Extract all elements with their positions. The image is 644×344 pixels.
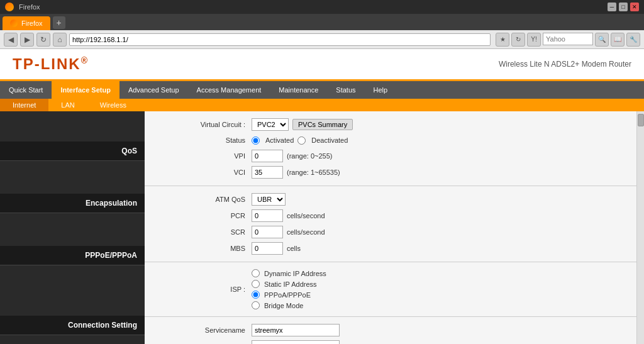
isp-label: ISP : [157, 286, 245, 293]
sidebar-section-pppoe: PPPoE/PPPoA [0, 246, 145, 265]
star-icon[interactable]: ★ [496, 33, 509, 47]
search-go-icon[interactable]: 🔍 [595, 33, 609, 47]
isp-static-radio[interactable] [252, 280, 260, 288]
pcr-input[interactable] [252, 209, 283, 222]
window-controls: ─ □ ✕ [608, 3, 639, 11]
scr-unit: cells/second [287, 228, 325, 236]
forward-button[interactable]: ▶ [20, 33, 34, 47]
main-content: Virtual Circuit : PVC2 PVC0 PVC1 PVC3 PV… [145, 111, 636, 344]
pcr-value: cells/second [252, 209, 624, 222]
tab-label: Firefox [21, 19, 43, 27]
browser-chrome: Firefox ─ □ ✕ Firefox + ◀ ▶ ↻ ⌂ ★ ↻ Y! 🔍… [0, 0, 644, 49]
browser-tab[interactable]: Firefox [3, 16, 50, 30]
nav-bar: ◀ ▶ ↻ ⌂ ★ ↻ Y! 🔍 📖 🔧 [0, 30, 644, 49]
refresh-icon[interactable]: ↻ [511, 33, 525, 47]
home-button[interactable]: ⌂ [53, 33, 67, 47]
nav-help[interactable]: Help [365, 81, 397, 99]
username-input[interactable] [252, 340, 340, 344]
content-area: QoS Encapsulation PPPoE/PPPoA Connection… [0, 111, 644, 344]
virtual-circuit-section: Virtual Circuit : PVC2 PVC0 PVC1 PVC3 PV… [145, 111, 636, 186]
vci-row: VCI (range: 1~65535) [145, 164, 636, 180]
nav-interface-setup[interactable]: Interface Setup [52, 81, 119, 99]
maximize-button[interactable]: □ [619, 3, 628, 11]
bookmark-icon[interactable]: 📖 [611, 33, 625, 47]
isp-row: ISP : Dynamic IP Address Static IP Addre… [145, 267, 636, 311]
servicename-input[interactable] [252, 324, 340, 336]
firefox-icon [5, 3, 14, 11]
tools-icon[interactable]: 🔧 [626, 33, 640, 47]
sidebar: QoS Encapsulation PPPoE/PPPoA Connection… [0, 111, 145, 344]
username-row: Username [145, 338, 636, 344]
reload-button[interactable]: ↻ [36, 33, 50, 47]
mbs-label: MBS [157, 245, 245, 252]
router-header: TP-LINK® Wireless Lite N ADSL2+ Modem Ro… [0, 49, 644, 81]
router-page: TP-LINK® Wireless Lite N ADSL2+ Modem Ro… [0, 49, 644, 344]
close-button[interactable]: ✕ [630, 3, 639, 11]
servicename-row: Servicename [145, 322, 636, 338]
isp-bridge-radio[interactable] [252, 301, 260, 309]
status-value: Activated Deactivated [252, 136, 624, 145]
atm-qos-label: ATM QoS [157, 196, 245, 203]
scroll-thumb[interactable] [638, 114, 644, 126]
pcr-unit: cells/second [287, 212, 325, 219]
isp-bridge-option[interactable]: Bridge Mode [252, 301, 303, 309]
vci-label: VCI [157, 169, 245, 176]
search-input[interactable] [543, 33, 593, 45]
title-bar-text: Firefox [19, 3, 40, 11]
scr-value: cells/second [252, 226, 624, 238]
nav-status[interactable]: Status [327, 81, 364, 99]
logo: TP-LINK® [13, 55, 89, 73]
atm-qos-select[interactable]: UBR CBR VBR [252, 193, 286, 206]
sidebar-section-encapsulation: Encapsulation [0, 194, 145, 213]
tab-bar: Firefox + [0, 14, 644, 30]
pvc-summary-button[interactable]: PVCs Summary [292, 119, 353, 130]
servicename-value [252, 324, 624, 336]
subnav-internet[interactable]: Internet [0, 99, 48, 111]
minimize-button[interactable]: ─ [608, 3, 616, 11]
mbs-input[interactable] [252, 242, 283, 255]
vpi-range: (range: 0~255) [287, 152, 332, 160]
encapsulation-section: ISP : Dynamic IP Address Static IP Addre… [145, 262, 636, 317]
title-bar: Firefox ─ □ ✕ [0, 0, 644, 14]
virtual-circuit-row: Virtual Circuit : PVC2 PVC0 PVC1 PVC3 PV… [145, 116, 636, 133]
status-row: Status Activated Deactivated [145, 133, 636, 148]
status-deactivated-label: Deactivated [311, 136, 348, 144]
sub-nav: Internet LAN Wireless [0, 99, 644, 111]
subnav-wireless[interactable]: Wireless [87, 99, 139, 111]
isp-dynamic-option[interactable]: Dynamic IP Address [252, 269, 326, 277]
sidebar-section-qos: QoS [0, 141, 145, 161]
status-activated-label: Activated [265, 136, 294, 144]
address-bar[interactable] [69, 33, 491, 46]
nav-quick-start[interactable]: Quick Start [0, 81, 52, 99]
scr-input[interactable] [252, 226, 283, 238]
nav-maintenance[interactable]: Maintenance [270, 81, 327, 99]
isp-pppoa-option[interactable]: PPPoA/PPPoE [252, 291, 311, 299]
vci-value: (range: 1~65535) [252, 166, 624, 179]
isp-pppoa-radio[interactable] [252, 291, 260, 299]
yahoo-search-icon[interactable]: Y! [527, 33, 541, 47]
subnav-lan[interactable]: LAN [48, 99, 87, 111]
status-deactivated-radio[interactable] [297, 136, 306, 145]
top-nav: Quick Start Interface Setup Advanced Set… [0, 81, 644, 99]
virtual-circuit-select[interactable]: PVC2 PVC0 PVC1 PVC3 [252, 118, 289, 131]
status-activated-radio[interactable] [252, 136, 260, 145]
mbs-value: cells [252, 242, 624, 255]
nav-advanced-setup[interactable]: Advanced Setup [119, 81, 188, 99]
servicename-label: Servicename [157, 326, 245, 334]
virtual-circuit-value: PVC2 PVC0 PVC1 PVC3 PVCs Summary [252, 118, 624, 131]
vpi-input[interactable] [252, 150, 283, 162]
status-label: Status [157, 136, 245, 144]
back-button[interactable]: ◀ [4, 33, 18, 47]
mbs-row: MBS cells [145, 240, 636, 257]
pppoe-section: Servicename Username Password [145, 317, 636, 344]
isp-dynamic-radio[interactable] [252, 269, 260, 277]
isp-static-option[interactable]: Static IP Address [252, 280, 317, 288]
atm-qos-value: UBR CBR VBR [252, 193, 624, 206]
vci-input[interactable] [252, 166, 283, 179]
nav-access-management[interactable]: Access Management [188, 81, 270, 99]
new-tab-button[interactable]: + [53, 16, 65, 29]
scrollbar[interactable] [636, 111, 644, 344]
tab-firefox-icon [10, 19, 18, 27]
atm-qos-row: ATM QoS UBR CBR VBR [145, 191, 636, 208]
qos-section: ATM QoS UBR CBR VBR PCR cells/second [145, 186, 636, 262]
